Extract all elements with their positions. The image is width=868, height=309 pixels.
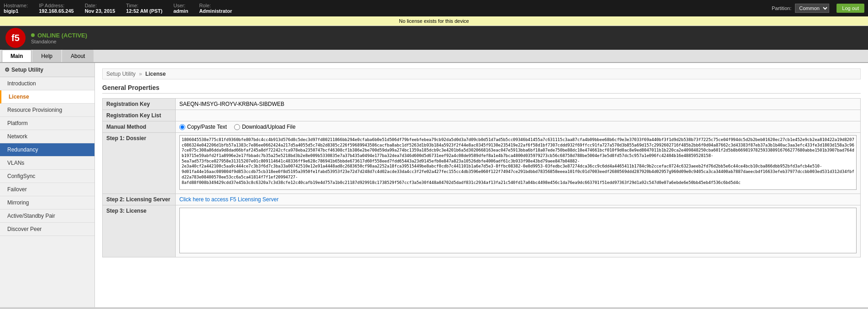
section-title: General Properties bbox=[102, 84, 861, 94]
role-value: Administrator bbox=[199, 8, 232, 14]
radio-download-label[interactable]: Download/Upload File bbox=[234, 124, 295, 130]
licensing-server-link[interactable]: Click here to access F5 Licensing Server bbox=[179, 196, 278, 203]
f5-logo: f5 bbox=[5, 28, 26, 48]
manual-method-radio-group: Copy/Paste Text Download/Upload File bbox=[179, 124, 857, 130]
partition-select[interactable]: Common bbox=[795, 4, 829, 13]
sidebar-item-introduction[interactable]: Introduction bbox=[0, 77, 94, 90]
main-layout: ⚙ Setup Utility Introduction License Res… bbox=[0, 63, 868, 307]
dossier-textarea[interactable] bbox=[179, 135, 857, 190]
step3-label: Step 3: License bbox=[103, 205, 176, 257]
sidebar-item-active-standby-pair[interactable]: Active/Standby Pair bbox=[0, 209, 94, 223]
registration-key-list-label: Registration Key List bbox=[103, 110, 176, 121]
registration-key-label: Registration Key bbox=[103, 99, 176, 110]
step1-label: Step 1: Dossier bbox=[103, 133, 176, 194]
sidebar-item-mirroring[interactable]: Mirroring bbox=[0, 196, 94, 209]
license-textarea[interactable] bbox=[179, 208, 857, 253]
tab-help[interactable]: Help bbox=[32, 50, 61, 62]
sidebar-item-vlans[interactable]: VLANs bbox=[0, 157, 94, 170]
top-bar: Hostname: bigip1 IP Address: 192.168.65.… bbox=[0, 0, 868, 16]
step2-label: Step 2: Licensing Server bbox=[103, 194, 176, 205]
registration-key-list-value bbox=[176, 110, 861, 121]
radio-download-text: Download/Upload File bbox=[242, 124, 295, 130]
tab-main[interactable]: Main bbox=[2, 50, 31, 62]
status-standalone: Standalone bbox=[31, 39, 87, 44]
step1-content bbox=[176, 133, 861, 194]
radio-copy[interactable] bbox=[179, 124, 185, 130]
logout-button[interactable]: Log out bbox=[837, 4, 864, 13]
nav-tabs: Main Help About bbox=[0, 50, 868, 63]
license-warning-text: No license exists for this device bbox=[399, 18, 469, 24]
breadcrumb-separator: » bbox=[139, 71, 142, 77]
date-label: Date: bbox=[85, 3, 115, 8]
license-warning-bar: No license exists for this device bbox=[0, 16, 868, 26]
sidebar-item-resource-provisioning[interactable]: Resource Provisioning bbox=[0, 104, 94, 117]
partition-area: Partition: Common Log out bbox=[772, 4, 864, 13]
step1-row: Step 1: Dossier bbox=[103, 133, 861, 194]
user-label: User: bbox=[173, 3, 188, 8]
sidebar-item-failover[interactable]: Failover bbox=[0, 183, 94, 196]
manual-method-value: Copy/Paste Text Download/Upload File bbox=[176, 121, 861, 133]
breadcrumb-parent: Setup Utility bbox=[106, 71, 136, 77]
hostname-value: bigip1 bbox=[4, 8, 28, 14]
properties-table: Registration Key SAEQN-IMSYG-IROYV-KRBNA… bbox=[102, 98, 861, 257]
user-value: admin bbox=[173, 8, 188, 14]
step2-content: Click here to access F5 Licensing Server bbox=[176, 194, 861, 205]
ip-label: IP Address: bbox=[39, 3, 73, 8]
manual-method-row: Manual Method Copy/Paste Text Download/U… bbox=[103, 121, 861, 133]
breadcrumb-current: License bbox=[145, 71, 166, 77]
step3-content bbox=[176, 205, 861, 257]
host-info: Hostname: bigip1 IP Address: 192.168.65.… bbox=[4, 3, 772, 14]
manual-method-label: Manual Method bbox=[103, 121, 176, 133]
ip-value: 192.168.65.245 bbox=[39, 8, 73, 14]
content-area: Setup Utility » License General Properti… bbox=[95, 63, 868, 307]
registration-key-list-row: Registration Key List bbox=[103, 110, 861, 121]
status-area: ONLINE (ACTIVE) Standalone bbox=[31, 32, 87, 44]
sidebar-item-redundancy[interactable]: Redundancy bbox=[0, 143, 94, 157]
status-online: ONLINE (ACTIVE) bbox=[31, 32, 87, 39]
tab-about[interactable]: About bbox=[62, 50, 94, 62]
step3-row: Step 3: License bbox=[103, 205, 861, 257]
registration-key-row: Registration Key SAEQN-IMSYG-IROYV-KRBNA… bbox=[103, 99, 861, 110]
sidebar: ⚙ Setup Utility Introduction License Res… bbox=[0, 63, 95, 307]
role-label: Role: bbox=[199, 3, 232, 8]
sidebar-item-platform[interactable]: Platform bbox=[0, 117, 94, 130]
radio-download[interactable] bbox=[234, 124, 240, 130]
radio-copy-label[interactable]: Copy/Paste Text bbox=[179, 124, 227, 130]
partition-label: Partition: bbox=[772, 5, 791, 11]
sidebar-item-network[interactable]: Network bbox=[0, 130, 94, 143]
time-value: 12:52 AM (PST) bbox=[126, 8, 162, 14]
sidebar-title: ⚙ Setup Utility bbox=[0, 63, 94, 77]
sidebar-item-discover-peer[interactable]: Discover Peer bbox=[0, 223, 94, 236]
hostname-label: Hostname: bbox=[4, 3, 28, 8]
sidebar-item-license[interactable]: License bbox=[0, 90, 94, 104]
date-value: Nov 23, 2015 bbox=[85, 8, 115, 14]
sidebar-item-configsync[interactable]: ConfigSync bbox=[0, 170, 94, 183]
header: f5 ONLINE (ACTIVE) Standalone bbox=[0, 26, 868, 50]
time-label: Time: bbox=[126, 3, 162, 8]
registration-key-value: SAEQN-IMSYG-IROYV-KRBNA-SIBDWEB bbox=[176, 99, 861, 110]
breadcrumb: Setup Utility » License bbox=[102, 68, 861, 79]
step2-row: Step 2: Licensing Server Click here to a… bbox=[103, 194, 861, 205]
radio-copy-text: Copy/Paste Text bbox=[187, 124, 227, 130]
